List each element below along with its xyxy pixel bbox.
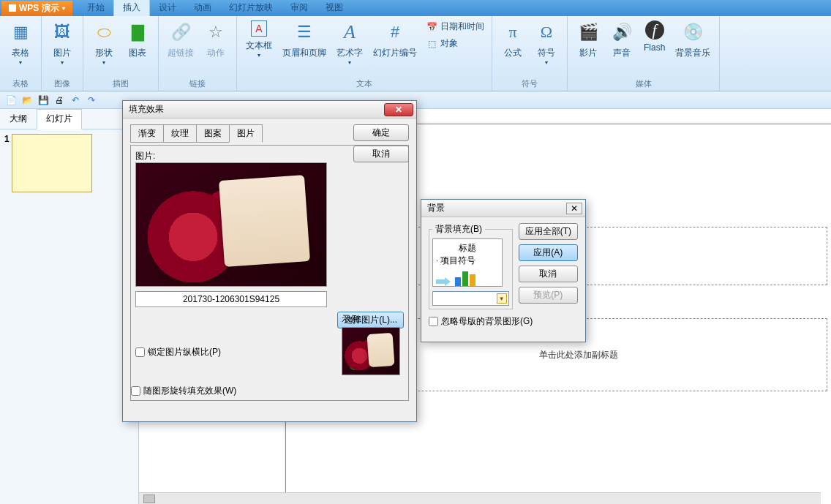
dialog-titlebar[interactable]: 填充效果 ✕ — [123, 101, 416, 119]
side-tabs: 大纲 幻灯片 — [0, 109, 138, 129]
titlebar: WPS 演示 ▾ 开始 插入 设计 动画 幻灯片放映 审阅 视图 — [0, 0, 831, 16]
side-tab-outline[interactable]: 大纲 — [0, 109, 37, 129]
qat-open-icon[interactable]: 📂 — [20, 94, 34, 107]
background-fill-label: 背景填充(B) — [432, 223, 485, 236]
cancel-button[interactable]: 取消 — [353, 146, 409, 162]
equation-icon: π — [501, 20, 524, 44]
wordart-icon: A — [338, 20, 361, 44]
sample-label: 示例: — [342, 313, 407, 326]
dialog-title: 填充效果 — [129, 103, 164, 116]
ribbon-btn-object[interactable]: ⬚对象 — [423, 36, 487, 51]
apply-all-button[interactable]: 应用全部(T) — [519, 223, 578, 240]
menu-tab-insert[interactable]: 插入 — [113, 0, 150, 16]
rotate-fill-checkbox[interactable] — [131, 386, 140, 396]
menu-tab-animation[interactable]: 动画 — [185, 0, 220, 16]
picture-filename: 201730-1206301S94125 — [135, 291, 327, 307]
apply-button[interactable]: 应用(A) — [519, 244, 578, 261]
ribbon-btn-table[interactable]: ▦表格▾ — [4, 19, 37, 67]
preview-title-text: 标题 — [436, 242, 499, 255]
ignore-master-label: 忽略母版的背景图形(G) — [441, 315, 533, 328]
ok-button[interactable]: 确定 — [353, 124, 409, 141]
sound-icon: 🔊 — [610, 20, 633, 44]
qat-redo-icon[interactable]: ↷ — [85, 94, 98, 107]
menu-tab-review[interactable]: 审阅 — [282, 0, 317, 16]
datetime-icon: 📅 — [426, 21, 437, 33]
bgmusic-icon: 💿 — [681, 20, 704, 44]
headerfooter-icon: ☰ — [293, 20, 316, 44]
background-preview: 标题 · 项目符号 — [432, 238, 503, 287]
lock-ratio-checkbox[interactable] — [135, 347, 145, 357]
qat-undo-icon[interactable]: ↶ — [69, 94, 82, 107]
ribbon-group-symbol: π公式 Ω符号▾ 符号 — [492, 16, 568, 91]
fill-tab-gradient[interactable]: 渐变 — [130, 124, 164, 143]
movie-icon: 🎬 — [576, 20, 600, 44]
fill-tab-texture[interactable]: 纹理 — [163, 124, 197, 143]
action-icon: ☆ — [204, 20, 228, 44]
picture-preview — [135, 162, 327, 287]
fill-effect-dialog: 填充效果 ✕ 确定 取消 渐变 纹理 图案 图片 图片: 201730-1206… — [122, 100, 417, 422]
ribbon-btn-textbox[interactable]: A文本框▾ — [241, 19, 277, 67]
rose-image — [136, 163, 326, 286]
close-button[interactable]: ✕ — [566, 203, 582, 214]
sample-preview — [342, 327, 400, 375]
ribbon: ▦表格▾ 表格 🖼图片▾ 图像 ⬭形状▾ ▇图表 插图 🔗超链接 ☆动作 链接 … — [0, 16, 831, 91]
menu-tab-view[interactable]: 视图 — [317, 0, 352, 16]
object-icon: ⬚ — [426, 38, 437, 50]
background-dialog: 背景 ✕ 背景填充(B) 标题 · 项目符号 ▼ — [421, 199, 586, 342]
ribbon-group-illustration: ⬭形状▾ ▇图表 插图 — [83, 16, 159, 91]
menu-tab-start[interactable]: 开始 — [78, 0, 113, 16]
ignore-master-checkbox[interactable] — [429, 317, 438, 326]
dialog-titlebar[interactable]: 背景 ✕ — [421, 200, 585, 217]
qat-save-icon[interactable]: 💾 — [37, 94, 50, 107]
ribbon-btn-flash[interactable]: fFlash — [639, 19, 669, 61]
close-button[interactable]: ✕ — [384, 103, 413, 116]
dropdown-icon: ▼ — [497, 293, 507, 304]
ribbon-group-table: ▦表格▾ 表格 — [0, 16, 42, 91]
cancel-button[interactable]: 取消 — [519, 266, 578, 282]
fill-tabs: 渐变 纹理 图案 图片 — [130, 124, 347, 143]
scrollbar-thumb[interactable] — [143, 494, 155, 503]
background-fill-group: 背景填充(B) 标题 · 项目符号 ▼ — [429, 223, 513, 309]
preview-button[interactable]: 预览(P) — [519, 287, 578, 304]
qat-new-icon[interactable]: 📄 — [4, 94, 18, 107]
app-menu-drop-icon[interactable]: ▾ — [62, 5, 65, 12]
horizontal-scrollbar[interactable] — [139, 492, 821, 504]
ribbon-group-text: A文本框▾ ☰页眉和页脚 A艺术字▾ #幻灯片编号 📅日期和时间 ⬚对象 文本 — [237, 16, 492, 91]
ribbon-btn-slidenumber[interactable]: #幻灯片编号 — [369, 19, 421, 67]
ribbon-btn-movie[interactable]: 🎬影片 — [572, 19, 604, 61]
ribbon-btn-sound[interactable]: 🔊声音 — [606, 19, 638, 61]
fill-tab-picture[interactable]: 图片 — [229, 124, 263, 143]
chart-icon: ▇ — [126, 20, 149, 44]
ribbon-btn-bgmusic[interactable]: 💿背景音乐 — [671, 19, 715, 61]
ribbon-group-label: 图像 — [46, 77, 78, 91]
fill-tab-pattern[interactable]: 图案 — [196, 124, 230, 143]
side-tab-slides[interactable]: 幻灯片 — [37, 109, 82, 129]
scroll-paper-icon — [219, 175, 310, 266]
ribbon-btn-action: ☆动作 — [200, 19, 232, 61]
textbox-icon: A — [251, 20, 267, 37]
fill-combo[interactable]: ▼ — [432, 291, 509, 306]
flash-icon: f — [645, 20, 664, 40]
slidenumber-icon: # — [383, 20, 407, 44]
menu-tab-slideshow[interactable]: 幻灯片放映 — [220, 0, 282, 16]
app-logo-icon — [9, 4, 16, 12]
ribbon-btn-equation[interactable]: π公式 — [497, 19, 529, 67]
qat-print-icon[interactable]: 🖨 — [53, 94, 66, 107]
ribbon-group-label: 插图 — [88, 77, 154, 91]
dialog-title: 背景 — [427, 202, 445, 214]
thumbnail-number: 1 — [4, 134, 10, 144]
menu-tab-design[interactable]: 设计 — [150, 0, 185, 16]
app-name: WPS 演示 — [19, 2, 59, 15]
ribbon-btn-wordart[interactable]: A艺术字▾ — [332, 19, 367, 67]
lock-ratio-label: 锁定图片纵横比(P) — [148, 346, 221, 358]
ribbon-btn-symbol[interactable]: Ω符号▾ — [530, 19, 563, 67]
ribbon-btn-headerfooter[interactable]: ☰页眉和页脚 — [278, 19, 331, 67]
menu-tabs: 开始 插入 设计 动画 幻灯片放映 审阅 视图 — [78, 0, 352, 16]
ribbon-btn-datetime[interactable]: 📅日期和时间 — [423, 19, 487, 34]
slide-thumbnail[interactable] — [12, 134, 92, 192]
ribbon-group-label: 表格 — [4, 77, 37, 91]
ribbon-btn-picture[interactable]: 🖼图片▾ — [46, 19, 78, 67]
ribbon-group-link: 🔗超链接 ☆动作 链接 — [159, 16, 237, 91]
ribbon-btn-shape[interactable]: ⬭形状▾ — [88, 19, 120, 67]
ribbon-btn-chart[interactable]: ▇图表 — [121, 19, 154, 67]
